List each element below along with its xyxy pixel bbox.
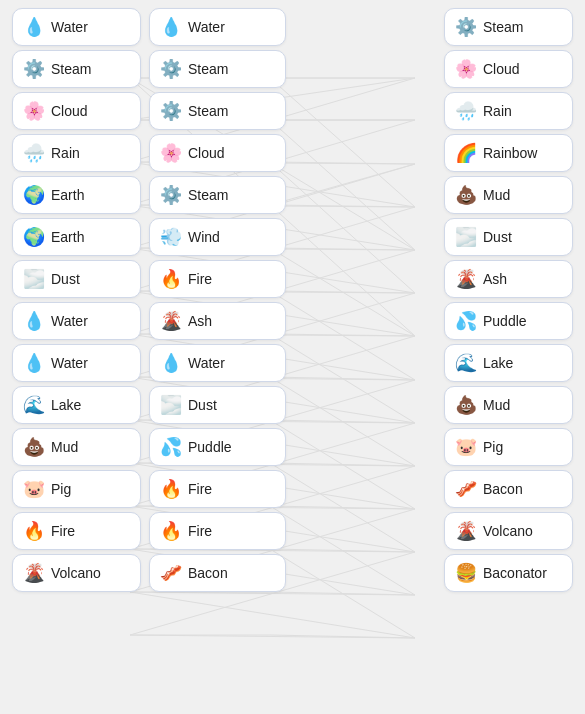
item-card[interactable]: 🔥Fire	[12, 512, 141, 550]
item-label: Bacon	[483, 481, 523, 497]
item-card[interactable]: 🌊Lake	[12, 386, 141, 424]
item-card[interactable]: ⚙️Steam	[149, 92, 286, 130]
item-emoji: 🌋	[455, 270, 477, 288]
item-card[interactable]: 💧Water	[149, 344, 286, 382]
item-label: Dust	[51, 271, 80, 287]
item-label: Cloud	[483, 61, 520, 77]
item-card[interactable]: 🌋Ash	[444, 260, 573, 298]
item-label: Fire	[188, 271, 212, 287]
item-emoji: 💦	[455, 312, 477, 330]
item-emoji: 💩	[455, 186, 477, 204]
item-label: Water	[188, 355, 225, 371]
item-emoji: ⚙️	[160, 102, 182, 120]
item-emoji: 🌋	[455, 522, 477, 540]
item-card[interactable]: ⚙️Steam	[444, 8, 573, 46]
item-card[interactable]: 💦Puddle	[149, 428, 286, 466]
item-emoji: 🥓	[455, 480, 477, 498]
item-label: Fire	[188, 523, 212, 539]
item-label: Puddle	[188, 439, 232, 455]
item-label: Ash	[188, 313, 212, 329]
item-label: Cloud	[188, 145, 225, 161]
item-card[interactable]: 💩Mud	[444, 386, 573, 424]
item-label: Fire	[188, 481, 212, 497]
item-emoji: 🍔	[455, 564, 477, 582]
item-label: Earth	[51, 229, 84, 245]
item-emoji: 💧	[160, 354, 182, 372]
item-label: Steam	[188, 103, 228, 119]
item-card[interactable]: 🌫️Dust	[444, 218, 573, 256]
item-label: Mud	[483, 187, 510, 203]
item-emoji: 🐷	[23, 480, 45, 498]
item-card[interactable]: 💧Water	[12, 344, 141, 382]
item-card[interactable]: 🌋Volcano	[12, 554, 141, 592]
item-emoji: 💨	[160, 228, 182, 246]
item-card[interactable]: 💦Puddle	[444, 302, 573, 340]
item-label: Lake	[51, 397, 81, 413]
item-card[interactable]: 🌧️Rain	[444, 92, 573, 130]
item-emoji: 🌸	[160, 144, 182, 162]
item-label: Dust	[483, 229, 512, 245]
item-emoji: 🔥	[160, 480, 182, 498]
item-card[interactable]: 🌍Earth	[12, 218, 141, 256]
item-label: Water	[51, 313, 88, 329]
item-label: Wind	[188, 229, 220, 245]
item-card[interactable]: 💧Water	[12, 8, 141, 46]
item-card[interactable]: 🔥Fire	[149, 260, 286, 298]
item-emoji: 🌍	[23, 228, 45, 246]
item-label: Cloud	[51, 103, 88, 119]
item-card[interactable]: 🌸Cloud	[149, 134, 286, 172]
item-label: Bacon	[188, 565, 228, 581]
item-emoji: 🌫️	[23, 270, 45, 288]
item-card[interactable]: 💩Mud	[12, 428, 141, 466]
item-card[interactable]: 🌫️Dust	[149, 386, 286, 424]
item-emoji: 💧	[23, 354, 45, 372]
item-label: Volcano	[483, 523, 533, 539]
item-label: Fire	[51, 523, 75, 539]
item-card[interactable]: 🐷Pig	[444, 428, 573, 466]
item-card[interactable]: 🌸Cloud	[12, 92, 141, 130]
item-label: Earth	[51, 187, 84, 203]
item-label: Steam	[188, 61, 228, 77]
item-card[interactable]: 🐷Pig	[12, 470, 141, 508]
item-card[interactable]: 🌋Ash	[149, 302, 286, 340]
item-emoji: 💧	[160, 18, 182, 36]
item-emoji: 🐷	[455, 438, 477, 456]
item-card[interactable]: 💨Wind	[149, 218, 286, 256]
item-label: Mud	[51, 439, 78, 455]
item-label: Ash	[483, 271, 507, 287]
item-card[interactable]: 🌸Cloud	[444, 50, 573, 88]
item-card[interactable]: 🌧️Rain	[12, 134, 141, 172]
item-emoji: 💩	[23, 438, 45, 456]
item-card[interactable]: 💧Water	[12, 302, 141, 340]
item-label: Mud	[483, 397, 510, 413]
item-card[interactable]: 🥓Bacon	[444, 470, 573, 508]
item-emoji: 🌊	[455, 354, 477, 372]
item-label: Puddle	[483, 313, 527, 329]
item-emoji: 🌫️	[455, 228, 477, 246]
item-emoji: 🔥	[160, 270, 182, 288]
item-card[interactable]: 💩Mud	[444, 176, 573, 214]
item-label: Pig	[51, 481, 71, 497]
item-card[interactable]: 🍔Baconator	[444, 554, 573, 592]
item-card[interactable]: 🔥Fire	[149, 512, 286, 550]
item-card[interactable]: 🥓Bacon	[149, 554, 286, 592]
item-card[interactable]: ⚙️Steam	[149, 50, 286, 88]
item-emoji: ⚙️	[160, 60, 182, 78]
item-emoji: 🌊	[23, 396, 45, 414]
item-card[interactable]: 🌈Rainbow	[444, 134, 573, 172]
item-emoji: 🌸	[23, 102, 45, 120]
item-card[interactable]: 🌊Lake	[444, 344, 573, 382]
item-emoji: 🥓	[160, 564, 182, 582]
column-right: ⚙️Steam🌸Cloud🌧️Rain🌈Rainbow💩Mud🌫️Dust🌋As…	[440, 0, 585, 714]
item-label: Baconator	[483, 565, 547, 581]
item-card[interactable]: 🔥Fire	[149, 470, 286, 508]
item-card[interactable]: ⚙️Steam	[12, 50, 141, 88]
item-card[interactable]: 🌫️Dust	[12, 260, 141, 298]
item-label: Rain	[483, 103, 512, 119]
item-emoji: 💧	[23, 18, 45, 36]
item-card[interactable]: 🌍Earth	[12, 176, 141, 214]
item-card[interactable]: ⚙️Steam	[149, 176, 286, 214]
item-card[interactable]: 🌋Volcano	[444, 512, 573, 550]
item-card[interactable]: 💧Water	[149, 8, 286, 46]
item-label: Volcano	[51, 565, 101, 581]
